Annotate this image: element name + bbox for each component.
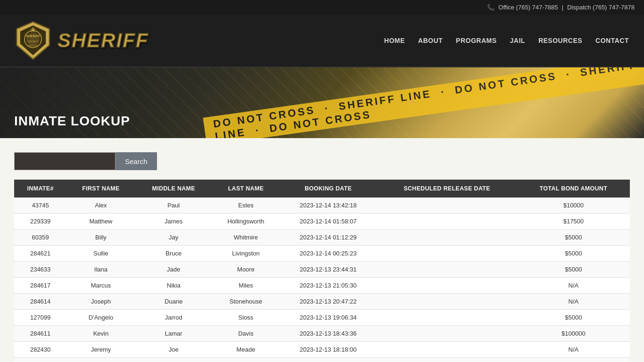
cell-4: 2023-12-13 19:06:34 bbox=[280, 310, 377, 326]
cell-5 bbox=[377, 310, 517, 326]
svg-text:SHERIFF: SHERIFF bbox=[26, 34, 41, 38]
cell-3: Whitmire bbox=[212, 230, 280, 246]
cell-1: Marcus bbox=[66, 278, 135, 294]
cell-1: John bbox=[66, 358, 135, 362]
cell-2: Duane bbox=[135, 294, 212, 310]
cell-5 bbox=[377, 197, 517, 214]
hero-section: DO NOT CROSS · SHERIFF LINE · DO NOT CRO… bbox=[0, 67, 644, 138]
cell-0: 284617 bbox=[14, 278, 66, 294]
nav-jail[interactable]: JAIL bbox=[509, 35, 526, 46]
svg-text:INDIANA: INDIANA bbox=[28, 44, 38, 47]
site-logo-text: SHERIFF bbox=[58, 29, 149, 52]
content-area: Search INMATE# FIRST NAME MIDDLE NAME LA… bbox=[0, 138, 644, 362]
table-row: 284617MarcusNikiaMiles2023-12-13 21:05:3… bbox=[14, 278, 630, 294]
cell-5 bbox=[377, 246, 517, 262]
nav-about[interactable]: ABOUT bbox=[417, 35, 444, 46]
cell-4: 2023-12-13 13:49:12 bbox=[280, 358, 377, 362]
cell-6: $5000 bbox=[517, 310, 630, 326]
nav-resources[interactable]: RESOURCES bbox=[537, 35, 583, 46]
cell-5 bbox=[377, 358, 517, 362]
cell-0: 73700 bbox=[14, 358, 66, 362]
table-row: 73700JohnCameronWorden2023-12-13 13:49:1… bbox=[14, 358, 630, 362]
cell-6: N/A bbox=[517, 278, 630, 294]
nav-programs[interactable]: PROGRAMS bbox=[455, 35, 497, 46]
cell-2: Jay bbox=[135, 230, 212, 246]
cell-4: 2023-12-13 18:43:36 bbox=[280, 326, 377, 342]
cell-4: 2023-12-13 21:05:30 bbox=[280, 278, 377, 294]
cell-0: 234633 bbox=[14, 262, 66, 278]
cell-5 bbox=[377, 214, 517, 230]
cell-1: Matthew bbox=[66, 214, 135, 230]
col-release-date: SCHEDULED RELEASE DATE bbox=[377, 180, 517, 197]
cell-2: Nikia bbox=[135, 278, 212, 294]
cell-2: Lamar bbox=[135, 326, 212, 342]
search-button[interactable]: Search bbox=[116, 152, 157, 170]
cell-3: Sloss bbox=[212, 310, 280, 326]
svg-text:COUNTY: COUNTY bbox=[27, 40, 39, 43]
table-row: 284621SullieBruceLivingston2023-12-14 00… bbox=[14, 246, 630, 262]
table-header-row: INMATE# FIRST NAME MIDDLE NAME LAST NAME… bbox=[14, 180, 630, 197]
cell-4: 2023-12-14 00:25:23 bbox=[280, 246, 377, 262]
office-phone: Office (765) 747-7885 bbox=[498, 4, 558, 11]
table-row: 127099D'AngeloJarrodSloss2023-12-13 19:0… bbox=[14, 310, 630, 326]
search-input[interactable] bbox=[14, 152, 116, 170]
crime-tape: DO NOT CROSS · SHERIFF LINE · DO NOT CRO… bbox=[203, 67, 644, 138]
cell-2: Jade bbox=[135, 262, 212, 278]
col-last-name: LAST NAME bbox=[212, 180, 280, 197]
cell-2: Bruce bbox=[135, 246, 212, 262]
cell-6: N/A bbox=[517, 358, 630, 362]
cell-3: Moore bbox=[212, 262, 280, 278]
cell-3: Meade bbox=[212, 342, 280, 358]
header: SHERIFF COUNTY INDIANA SHERIFF HOME ABOU… bbox=[0, 15, 644, 67]
cell-6: N/A bbox=[517, 294, 630, 310]
col-inmate-num: INMATE# bbox=[14, 180, 66, 197]
cell-2: Cameron bbox=[135, 358, 212, 362]
nav-home[interactable]: HOME bbox=[383, 35, 406, 46]
cell-6: $10000 bbox=[517, 197, 630, 214]
cell-1: Alex bbox=[66, 197, 135, 214]
inmate-table: INMATE# FIRST NAME MIDDLE NAME LAST NAME… bbox=[14, 180, 630, 362]
cell-6: $5000 bbox=[517, 246, 630, 262]
cell-4: 2023-12-14 13:42:18 bbox=[280, 197, 377, 214]
table-row: 284614JosephDuaneStonehouse2023-12-13 20… bbox=[14, 294, 630, 310]
table-header: INMATE# FIRST NAME MIDDLE NAME LAST NAME… bbox=[14, 180, 630, 197]
cell-0: 284611 bbox=[14, 326, 66, 342]
cell-2: Jarrod bbox=[135, 310, 212, 326]
cell-1: Billy bbox=[66, 230, 135, 246]
cell-0: 229339 bbox=[14, 214, 66, 230]
table-row: 60359BillyJayWhitmire2023-12-14 01:12:29… bbox=[14, 230, 630, 246]
cell-6: $100000 bbox=[517, 326, 630, 342]
cell-5 bbox=[377, 342, 517, 358]
cell-3: Stonehouse bbox=[212, 294, 280, 310]
dispatch-phone: Dispatch (765) 747-7878 bbox=[567, 4, 635, 11]
cell-0: 127099 bbox=[14, 310, 66, 326]
table-row: 234633IlanaJadeMoore2023-12-13 23:44:31$… bbox=[14, 262, 630, 278]
cell-5 bbox=[377, 294, 517, 310]
cell-1: Joseph bbox=[66, 294, 135, 310]
top-bar: 📞 Office (765) 747-7885 | Dispatch (765)… bbox=[0, 0, 644, 15]
table-row: 229339MatthewJamesHollingsworth2023-12-1… bbox=[14, 214, 630, 230]
col-middle-name: MIDDLE NAME bbox=[135, 180, 212, 197]
nav-contact[interactable]: CONTACT bbox=[594, 35, 630, 46]
table-row: 284611KevinLamarDavis2023-12-13 18:43:36… bbox=[14, 326, 630, 342]
cell-3: Davis bbox=[212, 326, 280, 342]
logo-area: SHERIFF COUNTY INDIANA SHERIFF bbox=[14, 19, 149, 62]
cell-1: D'Angelo bbox=[66, 310, 135, 326]
cell-0: 60359 bbox=[14, 230, 66, 246]
cell-1: Jeremy bbox=[66, 342, 135, 358]
cell-0: 282430 bbox=[14, 342, 66, 358]
cell-4: 2023-12-13 23:44:31 bbox=[280, 262, 377, 278]
cell-0: 284621 bbox=[14, 246, 66, 262]
search-area: Search bbox=[14, 152, 630, 170]
main-nav: HOME ABOUT PROGRAMS JAIL RESOURCES CONTA… bbox=[383, 35, 630, 46]
cell-5 bbox=[377, 278, 517, 294]
cell-4: 2023-12-14 01:58:07 bbox=[280, 214, 377, 230]
col-bond-amount: TOTAL BOND AMOUNT bbox=[517, 180, 630, 197]
table-row: 282430JeremyJoeMeade2023-12-13 18:18:00N… bbox=[14, 342, 630, 358]
cell-6: N/A bbox=[517, 342, 630, 358]
page-title: INMATE LOOKUP bbox=[14, 114, 130, 129]
cell-0: 284614 bbox=[14, 294, 66, 310]
col-booking-date: BOOKING DATE bbox=[280, 180, 377, 197]
cell-4: 2023-12-14 01:12:29 bbox=[280, 230, 377, 246]
table-row: 43745AlexPaulEstes2023-12-14 13:42:18$10… bbox=[14, 197, 630, 214]
